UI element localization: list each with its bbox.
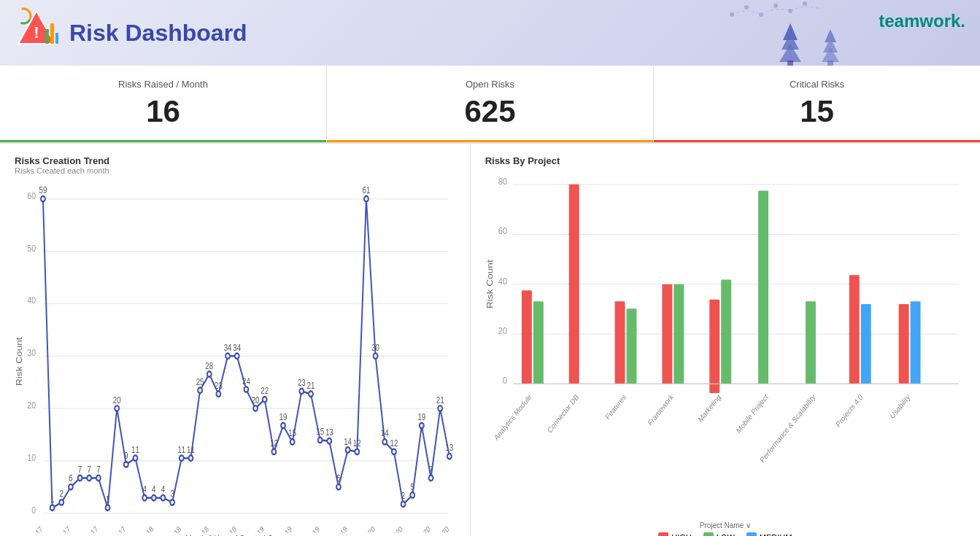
svg-text:19: 19 bbox=[279, 412, 288, 422]
svg-text:6: 6 bbox=[336, 473, 340, 483]
trend-chart-subtitle: Risks Created each month bbox=[15, 166, 455, 175]
svg-rect-154 bbox=[533, 301, 543, 384]
svg-point-54 bbox=[207, 371, 212, 376]
svg-text:61: 61 bbox=[363, 185, 371, 195]
svg-text:Risk Count: Risk Count bbox=[485, 260, 494, 308]
svg-text:20: 20 bbox=[252, 395, 260, 405]
main-content: Risks Creation Trend Risks Created each … bbox=[0, 144, 980, 536]
svg-text:Aug 2019: Aug 2019 bbox=[297, 524, 322, 533]
svg-text:Features: Features bbox=[604, 392, 628, 422]
svg-text:0: 0 bbox=[31, 505, 36, 516]
svg-text:21: 21 bbox=[307, 381, 315, 390]
svg-rect-165 bbox=[860, 304, 871, 384]
svg-text:13: 13 bbox=[445, 443, 453, 452]
svg-text:May 2020: May 2020 bbox=[379, 524, 404, 533]
svg-point-58 bbox=[244, 387, 248, 392]
svg-text:Usability: Usability bbox=[889, 392, 911, 420]
svg-point-59 bbox=[253, 405, 258, 411]
svg-point-62 bbox=[281, 423, 285, 428]
svg-point-74 bbox=[392, 449, 396, 454]
bar-chart-svg-container: 80 60 40 20 0 Risk Count bbox=[485, 166, 965, 520]
svg-text:20: 20 bbox=[113, 395, 121, 405]
svg-text:Framework: Framework bbox=[647, 392, 675, 427]
svg-text:12: 12 bbox=[353, 438, 361, 448]
svg-text:5: 5 bbox=[411, 481, 414, 491]
svg-text:3: 3 bbox=[170, 489, 174, 498]
svg-text:Analytics Module: Analytics Module bbox=[493, 392, 533, 443]
svg-point-55 bbox=[216, 392, 220, 397]
svg-text:Feb 2018: Feb 2018 bbox=[131, 524, 155, 533]
svg-text:Marketing: Marketing bbox=[696, 392, 722, 424]
svg-text:20: 20 bbox=[498, 325, 506, 336]
svg-text:11: 11 bbox=[177, 445, 185, 454]
svg-point-68 bbox=[336, 484, 341, 489]
svg-rect-167 bbox=[910, 301, 920, 384]
svg-point-73 bbox=[382, 439, 387, 444]
svg-text:10: 10 bbox=[27, 452, 36, 464]
svg-text:28: 28 bbox=[205, 360, 213, 370]
svg-point-43 bbox=[106, 505, 110, 510]
legend-low: LOW bbox=[703, 532, 735, 536]
svg-point-79 bbox=[438, 405, 442, 411]
bar-chart-legend: HIGH LOW MEDIUM bbox=[485, 532, 965, 536]
kpi-open-risks-label: Open Risks bbox=[334, 79, 646, 90]
header: ! Risk Dashboard bbox=[0, 0, 980, 66]
svg-text:22: 22 bbox=[261, 386, 269, 395]
legend-medium: MEDIUM bbox=[746, 532, 792, 536]
svg-point-44 bbox=[115, 405, 119, 411]
svg-point-40 bbox=[78, 475, 82, 481]
svg-point-10 bbox=[773, 4, 778, 8]
bar-x-axis-label[interactable]: Project Name ∨ bbox=[485, 521, 965, 529]
svg-text:11: 11 bbox=[131, 445, 139, 454]
svg-text:May 2017: May 2017 bbox=[47, 524, 72, 533]
svg-point-12 bbox=[803, 1, 807, 6]
svg-point-49 bbox=[161, 495, 166, 500]
svg-point-37 bbox=[50, 505, 55, 510]
svg-text:2: 2 bbox=[401, 491, 405, 500]
svg-text:80: 80 bbox=[498, 176, 506, 187]
svg-point-72 bbox=[374, 354, 378, 359]
svg-text:7: 7 bbox=[88, 465, 91, 474]
svg-text:15: 15 bbox=[316, 427, 324, 436]
trend-chart-svg-container: 60 50 40 30 20 10 0 Risk Count bbox=[15, 181, 455, 533]
legend-medium-dot bbox=[746, 532, 757, 536]
svg-text:60: 60 bbox=[498, 225, 506, 236]
svg-point-38 bbox=[59, 500, 63, 505]
svg-point-65 bbox=[309, 392, 313, 397]
svg-text:11: 11 bbox=[187, 445, 195, 454]
svg-text:!: ! bbox=[34, 23, 39, 42]
svg-point-56 bbox=[225, 354, 230, 359]
svg-text:7: 7 bbox=[96, 465, 100, 474]
svg-text:60: 60 bbox=[27, 190, 36, 202]
legend-high: HIGH bbox=[658, 532, 692, 536]
trend-chart-panel: Risks Creation Trend Risks Created each … bbox=[0, 144, 471, 536]
svg-text:Nov 2018: Nov 2018 bbox=[214, 524, 239, 533]
svg-text:Aug 2017: Aug 2017 bbox=[75, 524, 100, 533]
svg-text:Feb 2020: Feb 2020 bbox=[352, 524, 377, 533]
svg-text:24: 24 bbox=[242, 376, 250, 386]
svg-text:7: 7 bbox=[429, 465, 433, 474]
svg-point-77 bbox=[420, 423, 424, 428]
svg-point-57 bbox=[235, 354, 239, 359]
svg-point-70 bbox=[355, 449, 359, 454]
svg-point-47 bbox=[142, 495, 147, 500]
bar-chart-panel: Risks By Project 80 60 40 20 0 Risk Coun… bbox=[471, 144, 980, 536]
svg-text:59: 59 bbox=[39, 185, 47, 195]
svg-text:6: 6 bbox=[69, 473, 72, 483]
trend-chart-title: Risks Creation Trend bbox=[15, 155, 455, 166]
svg-text:Performance & Scalability: Performance & Scalability bbox=[758, 392, 817, 465]
svg-text:1: 1 bbox=[106, 494, 109, 504]
svg-rect-160 bbox=[709, 300, 719, 393]
legend-low-label: LOW bbox=[717, 533, 735, 536]
kpi-row: Risks Raised / Month 16 Open Risks 625 C… bbox=[0, 66, 980, 144]
kpi-risks-raised: Risks Raised / Month 16 bbox=[0, 66, 327, 142]
svg-text:23: 23 bbox=[215, 381, 223, 390]
legend-medium-label: MEDIUM bbox=[760, 533, 792, 536]
svg-text:Feb 2019: Feb 2019 bbox=[242, 524, 266, 533]
kpi-critical-risks-label: Critical Risks bbox=[661, 79, 973, 90]
svg-rect-20 bbox=[827, 61, 833, 66]
svg-rect-157 bbox=[626, 308, 636, 384]
kpi-risks-raised-value: 16 bbox=[7, 94, 319, 129]
svg-point-63 bbox=[290, 439, 295, 444]
svg-text:Mobile Project: Mobile Project bbox=[735, 392, 769, 435]
